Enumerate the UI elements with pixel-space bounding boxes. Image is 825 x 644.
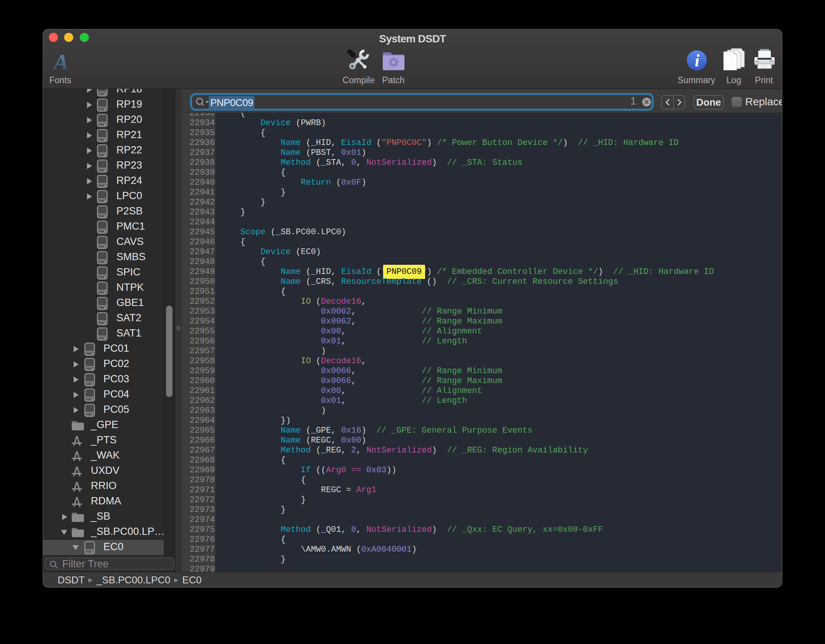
svg-text:A: A	[52, 52, 69, 72]
svg-text:i: i	[695, 51, 700, 70]
